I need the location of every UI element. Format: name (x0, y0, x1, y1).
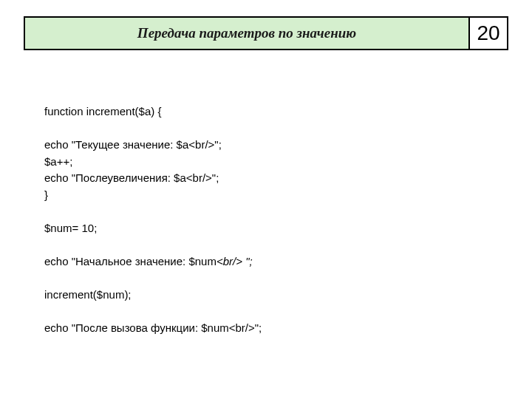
code-line: increment($num); (44, 288, 132, 301)
code-listing: function increment($a) { echo "Текущее з… (44, 103, 262, 336)
code-line: function increment($a) { (44, 105, 161, 117)
slide-title: Передача параметров по значению (25, 18, 468, 49)
code-line: echo "После вызова функции: $num<br/>"; (44, 321, 262, 334)
code-line-italic: <br/> (216, 255, 245, 267)
code-line: } (44, 188, 48, 201)
code-line: echo "Начальное значение: $num (44, 255, 216, 267)
code-line: $a++; (44, 155, 72, 168)
code-line: $num= 10; (44, 222, 97, 234)
code-line: echo "Послеувеличения: $a<br/>"; (44, 171, 219, 184)
slide-header: Передача параметров по значению 20 (24, 16, 508, 50)
code-line-italic: "; (245, 255, 253, 267)
code-line: echo "Текущее значение: $a<br/>"; (44, 138, 222, 151)
slide-number: 20 (468, 18, 507, 49)
